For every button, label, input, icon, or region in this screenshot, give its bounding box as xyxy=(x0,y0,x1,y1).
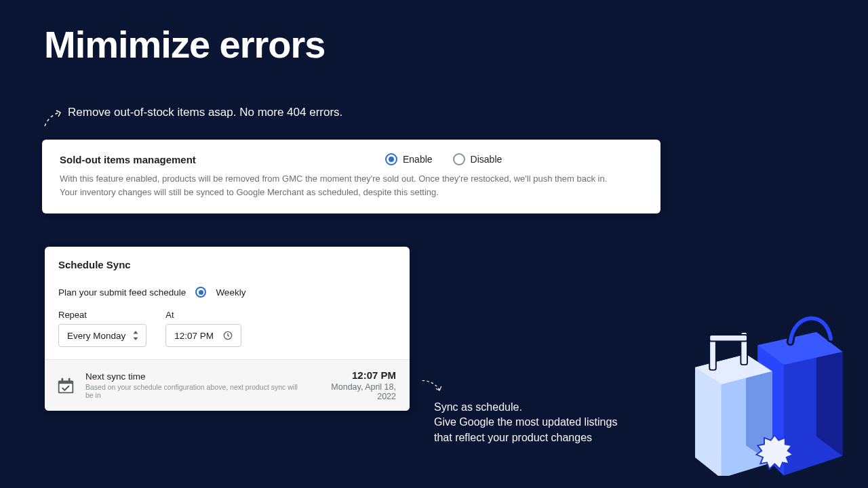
disable-radio[interactable]: Disable xyxy=(453,153,502,165)
next-sync-title: Next sync time xyxy=(85,371,304,382)
radio-selected-icon xyxy=(385,153,397,165)
repeat-field-label: Repeat xyxy=(58,310,146,320)
clock-icon xyxy=(223,331,233,340)
disable-label: Disable xyxy=(471,154,502,165)
next-sync-subtitle: Based on your schedule configuration abo… xyxy=(85,383,304,399)
annotation-top: Remove out-of-stock items asap. No more … xyxy=(68,106,342,119)
schedule-card-title: Schedule Sync xyxy=(45,247,410,280)
radio-unselected-icon xyxy=(453,153,465,165)
schedule-sync-card: Schedule Sync Plan your submit feed sche… xyxy=(45,247,410,411)
next-sync-footer: Next sync time Based on your schedule co… xyxy=(45,359,410,411)
weekly-radio[interactable] xyxy=(195,287,206,298)
time-input[interactable]: 12:07 PM xyxy=(165,324,241,347)
soldout-card-title: Sold-out items management xyxy=(60,154,385,165)
svg-rect-15 xyxy=(709,335,747,342)
calendar-check-icon xyxy=(56,375,76,396)
page-title: Mimimize errors xyxy=(44,22,326,66)
shopping-bags-illustration xyxy=(679,293,849,476)
annotation-arrow-icon xyxy=(421,378,444,394)
repeat-select[interactable]: Every Monday xyxy=(58,324,146,347)
plan-schedule-label: Plan your submit feed schedule xyxy=(58,287,186,298)
enable-label: Enable xyxy=(403,154,433,165)
svg-marker-11 xyxy=(695,367,721,476)
enable-radio[interactable]: Enable xyxy=(385,153,433,165)
svg-rect-3 xyxy=(61,378,63,382)
time-input-value: 12:07 PM xyxy=(174,331,214,341)
svg-rect-4 xyxy=(68,378,71,382)
at-field-label: At xyxy=(165,310,241,320)
annotation-arrow-icon xyxy=(42,107,64,129)
repeat-select-value: Every Monday xyxy=(67,331,125,341)
weekly-label: Weekly xyxy=(216,287,245,298)
soldout-card-description: With this feature enabled, products will… xyxy=(60,172,643,199)
svg-rect-2 xyxy=(60,384,73,392)
select-caret-icon xyxy=(132,331,139,340)
annotation-bottom: Sync as schedule. Give Google the most u… xyxy=(434,400,617,445)
soldout-management-card: Sold-out items management Enable Disable… xyxy=(42,140,660,214)
next-sync-time: 12:07 PM xyxy=(314,369,396,381)
svg-rect-13 xyxy=(709,338,716,370)
next-sync-date: Monday, April 18, 2022 xyxy=(314,382,396,401)
soldout-toggle-group: Enable Disable xyxy=(385,153,502,165)
